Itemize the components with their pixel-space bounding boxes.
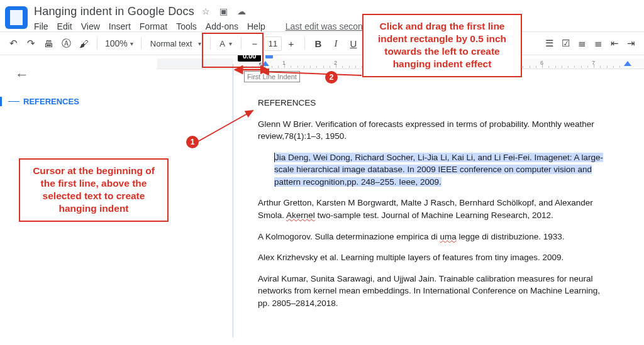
undo-icon[interactable]: ↶	[5, 35, 21, 52]
outline-item[interactable]: REFERENCES	[0, 97, 151, 106]
numbered-list-icon[interactable]: ≣	[590, 35, 606, 52]
star-icon[interactable]: ☆	[201, 6, 212, 17]
menu-view[interactable]: View	[81, 21, 100, 31]
indent-increase-icon[interactable]: ⇥	[623, 35, 639, 52]
underline-icon[interactable]: U	[345, 35, 362, 52]
menu-addons[interactable]: Add-ons	[206, 21, 238, 31]
annotation-callout-2: Click and drag the first line indent rec…	[362, 14, 522, 77]
reference-item: Jia Deng, Wei Dong, Richard Socher, Li-J…	[274, 151, 604, 189]
fontsize-input[interactable]: 11	[264, 36, 282, 51]
page-left-margin-line	[233, 68, 234, 337]
menu-help[interactable]: Help	[247, 21, 265, 31]
toolbar: ↶ ↷ 🖶 Ⓐ 🖌 100%▾ Normal text▾ A▾ − 11 + B…	[0, 31, 644, 55]
print-icon[interactable]: 🖶	[40, 35, 57, 52]
menu-bar: File Edit View Insert Format Tools Add-o…	[34, 21, 638, 31]
menu-format[interactable]: Format	[140, 21, 167, 31]
document-body[interactable]: REFERENCES Glenn W Brier. Verification o…	[258, 97, 604, 318]
zoom-select[interactable]: 100%▾	[103, 38, 136, 48]
annotation-step-badge-2: 2	[325, 71, 338, 84]
reference-item: Alex Krizhevsky et al. Learning multiple…	[258, 251, 604, 264]
doc-title[interactable]: Hanging indent in Google Docs	[34, 5, 194, 18]
paragraph-style-select[interactable]: Normal text▾	[147, 39, 205, 48]
menu-insert[interactable]: Insert	[109, 21, 131, 31]
indent-decrease-icon[interactable]: ⇤	[606, 35, 623, 52]
bulleted-list-icon[interactable]: ≣	[574, 35, 590, 52]
checklist-icon[interactable]: ☑	[557, 35, 574, 52]
move-icon[interactable]: ▣	[218, 6, 230, 17]
menu-tools[interactable]: Tools	[176, 21, 197, 31]
outline-back-icon[interactable]: ←	[15, 67, 151, 83]
annotation-highlight-box	[202, 33, 264, 68]
menu-file[interactable]: File	[34, 21, 48, 31]
annotation-step-badge-1: 1	[186, 136, 199, 148]
menu-edit[interactable]: Edit	[57, 21, 72, 31]
italic-icon[interactable]: I	[328, 35, 344, 52]
docs-logo[interactable]	[5, 6, 28, 29]
fontsize-increase[interactable]: +	[283, 35, 299, 52]
reference-item: Aviral Kumar, Sunita Sarawagi, and Ujjwa…	[258, 273, 604, 310]
bold-icon[interactable]: B	[310, 35, 326, 52]
doc-heading: REFERENCES	[258, 97, 604, 109]
line-spacing-icon[interactable]: ☰	[541, 35, 557, 52]
redo-icon[interactable]: ↷	[23, 35, 39, 52]
reference-item: A Kolmogorov. Sulla determinazione empir…	[258, 231, 604, 243]
paint-format-icon[interactable]: 🖌	[75, 35, 92, 52]
reference-item: Arthur Gretton, Karsten M Borgwardt, Mal…	[258, 197, 604, 221]
reference-item: Glenn W Brier. Verification of forecasts…	[258, 118, 604, 143]
cloud-icon[interactable]: ☁	[236, 6, 247, 17]
spellcheck-icon[interactable]: Ⓐ	[58, 35, 74, 52]
annotation-callout-1: Cursor at the beginning of the first lin…	[19, 158, 169, 222]
